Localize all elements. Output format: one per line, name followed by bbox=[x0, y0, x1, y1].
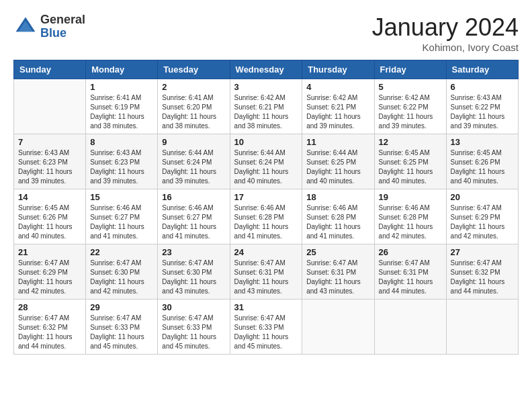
day-info: Sunrise: 6:47 AMSunset: 6:29 PMDaylight:… bbox=[18, 259, 81, 296]
calendar-cell: 12Sunrise: 6:45 AMSunset: 6:25 PMDayligh… bbox=[374, 134, 446, 189]
logo-icon bbox=[13, 15, 38, 39]
day-info: Sunrise: 6:46 AMSunset: 6:28 PMDaylight:… bbox=[306, 203, 369, 241]
day-info: Sunrise: 6:44 AMSunset: 6:25 PMDaylight:… bbox=[306, 148, 369, 186]
title-block: January 2024 Kohimon, Ivory Coast bbox=[372, 13, 519, 53]
day-number: 19 bbox=[379, 192, 442, 202]
calendar-cell: 5Sunrise: 6:42 AMSunset: 6:22 PMDaylight… bbox=[374, 79, 446, 134]
day-number: 18 bbox=[306, 192, 369, 202]
day-number: 7 bbox=[18, 137, 81, 147]
calendar-week-row: 1Sunrise: 6:41 AMSunset: 6:19 PMDaylight… bbox=[14, 79, 519, 134]
day-info: Sunrise: 6:46 AMSunset: 6:28 PMDaylight:… bbox=[234, 203, 298, 241]
weekday-header-sunday: Sunday bbox=[14, 60, 86, 79]
day-info: Sunrise: 6:47 AMSunset: 6:33 PMDaylight:… bbox=[162, 314, 225, 351]
day-info: Sunrise: 6:43 AMSunset: 6:23 PMDaylight:… bbox=[18, 148, 81, 186]
calendar-week-row: 21Sunrise: 6:47 AMSunset: 6:29 PMDayligh… bbox=[14, 244, 519, 300]
day-number: 6 bbox=[451, 82, 514, 92]
day-number: 22 bbox=[90, 247, 153, 257]
calendar-cell bbox=[14, 79, 86, 134]
calendar-cell: 2Sunrise: 6:41 AMSunset: 6:20 PMDaylight… bbox=[158, 79, 230, 134]
day-info: Sunrise: 6:47 AMSunset: 6:31 PMDaylight:… bbox=[306, 259, 369, 296]
calendar-week-row: 7Sunrise: 6:43 AMSunset: 6:23 PMDaylight… bbox=[14, 134, 519, 189]
day-info: Sunrise: 6:42 AMSunset: 6:21 PMDaylight:… bbox=[234, 93, 298, 131]
calendar-cell: 17Sunrise: 6:46 AMSunset: 6:28 PMDayligh… bbox=[230, 189, 302, 244]
calendar-cell: 27Sunrise: 6:47 AMSunset: 6:32 PMDayligh… bbox=[446, 244, 518, 300]
day-info: Sunrise: 6:47 AMSunset: 6:33 PMDaylight:… bbox=[234, 314, 298, 351]
calendar-cell: 16Sunrise: 6:46 AMSunset: 6:27 PMDayligh… bbox=[158, 189, 230, 244]
day-info: Sunrise: 6:45 AMSunset: 6:25 PMDaylight:… bbox=[379, 148, 442, 186]
calendar-cell: 25Sunrise: 6:47 AMSunset: 6:31 PMDayligh… bbox=[302, 244, 374, 300]
location-text: Kohimon, Ivory Coast bbox=[372, 42, 519, 53]
calendar-cell: 11Sunrise: 6:44 AMSunset: 6:25 PMDayligh… bbox=[302, 134, 374, 189]
day-number: 24 bbox=[234, 247, 298, 257]
day-number: 8 bbox=[90, 137, 153, 147]
calendar-cell: 9Sunrise: 6:44 AMSunset: 6:24 PMDaylight… bbox=[158, 134, 230, 189]
day-number: 16 bbox=[162, 192, 225, 202]
day-number: 10 bbox=[234, 137, 298, 147]
day-info: Sunrise: 6:47 AMSunset: 6:31 PMDaylight:… bbox=[234, 259, 298, 296]
weekday-header-tuesday: Tuesday bbox=[158, 60, 230, 79]
day-number: 1 bbox=[90, 82, 153, 92]
calendar-cell: 13Sunrise: 6:45 AMSunset: 6:26 PMDayligh… bbox=[446, 134, 518, 189]
calendar-cell: 24Sunrise: 6:47 AMSunset: 6:31 PMDayligh… bbox=[230, 244, 302, 300]
weekday-header-monday: Monday bbox=[86, 60, 158, 79]
calendar-cell: 4Sunrise: 6:42 AMSunset: 6:21 PMDaylight… bbox=[302, 79, 374, 134]
day-number: 30 bbox=[162, 302, 225, 312]
day-number: 25 bbox=[306, 247, 369, 257]
day-number: 26 bbox=[379, 247, 442, 257]
calendar-cell: 3Sunrise: 6:42 AMSunset: 6:21 PMDaylight… bbox=[230, 79, 302, 134]
calendar-header-row: SundayMondayTuesdayWednesdayThursdayFrid… bbox=[14, 60, 519, 79]
day-info: Sunrise: 6:46 AMSunset: 6:27 PMDaylight:… bbox=[90, 203, 153, 241]
day-info: Sunrise: 6:44 AMSunset: 6:24 PMDaylight:… bbox=[162, 148, 225, 186]
day-info: Sunrise: 6:47 AMSunset: 6:30 PMDaylight:… bbox=[90, 259, 153, 296]
day-number: 31 bbox=[234, 302, 298, 312]
day-info: Sunrise: 6:41 AMSunset: 6:19 PMDaylight:… bbox=[90, 93, 153, 131]
day-number: 23 bbox=[162, 247, 225, 257]
calendar-cell: 8Sunrise: 6:43 AMSunset: 6:23 PMDaylight… bbox=[86, 134, 158, 189]
day-info: Sunrise: 6:47 AMSunset: 6:32 PMDaylight:… bbox=[451, 259, 514, 296]
day-number: 14 bbox=[18, 192, 81, 202]
day-info: Sunrise: 6:47 AMSunset: 6:31 PMDaylight:… bbox=[379, 259, 442, 296]
day-number: 28 bbox=[18, 302, 81, 312]
day-info: Sunrise: 6:41 AMSunset: 6:20 PMDaylight:… bbox=[162, 93, 225, 131]
weekday-header-thursday: Thursday bbox=[302, 60, 374, 79]
day-info: Sunrise: 6:47 AMSunset: 6:29 PMDaylight:… bbox=[451, 203, 514, 241]
day-number: 27 bbox=[451, 247, 514, 257]
calendar-cell: 1Sunrise: 6:41 AMSunset: 6:19 PMDaylight… bbox=[86, 79, 158, 134]
day-number: 9 bbox=[162, 137, 225, 147]
calendar-cell: 6Sunrise: 6:43 AMSunset: 6:22 PMDaylight… bbox=[446, 79, 518, 134]
calendar-cell: 21Sunrise: 6:47 AMSunset: 6:29 PMDayligh… bbox=[14, 244, 86, 300]
day-number: 17 bbox=[234, 192, 298, 202]
day-info: Sunrise: 6:46 AMSunset: 6:27 PMDaylight:… bbox=[162, 203, 225, 241]
calendar-cell: 7Sunrise: 6:43 AMSunset: 6:23 PMDaylight… bbox=[14, 134, 86, 189]
calendar-cell: 18Sunrise: 6:46 AMSunset: 6:28 PMDayligh… bbox=[302, 189, 374, 244]
day-number: 21 bbox=[18, 247, 81, 257]
day-number: 3 bbox=[234, 82, 298, 92]
day-number: 5 bbox=[379, 82, 442, 92]
calendar-cell: 30Sunrise: 6:47 AMSunset: 6:33 PMDayligh… bbox=[158, 300, 230, 355]
day-number: 11 bbox=[306, 137, 369, 147]
day-info: Sunrise: 6:47 AMSunset: 6:33 PMDaylight:… bbox=[90, 314, 153, 351]
calendar-cell: 10Sunrise: 6:44 AMSunset: 6:24 PMDayligh… bbox=[230, 134, 302, 189]
day-info: Sunrise: 6:47 AMSunset: 6:32 PMDaylight:… bbox=[18, 314, 81, 351]
calendar-cell: 15Sunrise: 6:46 AMSunset: 6:27 PMDayligh… bbox=[86, 189, 158, 244]
day-number: 12 bbox=[379, 137, 442, 147]
day-info: Sunrise: 6:43 AMSunset: 6:22 PMDaylight:… bbox=[451, 93, 514, 131]
day-number: 29 bbox=[90, 302, 153, 312]
day-info: Sunrise: 6:45 AMSunset: 6:26 PMDaylight:… bbox=[18, 203, 81, 241]
weekday-header-wednesday: Wednesday bbox=[230, 60, 302, 79]
calendar-cell bbox=[302, 300, 374, 355]
day-info: Sunrise: 6:44 AMSunset: 6:24 PMDaylight:… bbox=[234, 148, 298, 186]
calendar-cell: 19Sunrise: 6:46 AMSunset: 6:28 PMDayligh… bbox=[374, 189, 446, 244]
day-number: 15 bbox=[90, 192, 153, 202]
day-number: 4 bbox=[306, 82, 369, 92]
calendar-cell bbox=[374, 300, 446, 355]
day-info: Sunrise: 6:43 AMSunset: 6:23 PMDaylight:… bbox=[90, 148, 153, 186]
calendar-cell: 22Sunrise: 6:47 AMSunset: 6:30 PMDayligh… bbox=[86, 244, 158, 300]
calendar-week-row: 14Sunrise: 6:45 AMSunset: 6:26 PMDayligh… bbox=[14, 189, 519, 244]
day-number: 2 bbox=[162, 82, 225, 92]
calendar-cell: 20Sunrise: 6:47 AMSunset: 6:29 PMDayligh… bbox=[446, 189, 518, 244]
month-title: January 2024 bbox=[372, 13, 519, 42]
calendar-table: SundayMondayTuesdayWednesdayThursdayFrid… bbox=[13, 60, 519, 355]
day-number: 20 bbox=[451, 192, 514, 202]
calendar-cell: 29Sunrise: 6:47 AMSunset: 6:33 PMDayligh… bbox=[86, 300, 158, 355]
